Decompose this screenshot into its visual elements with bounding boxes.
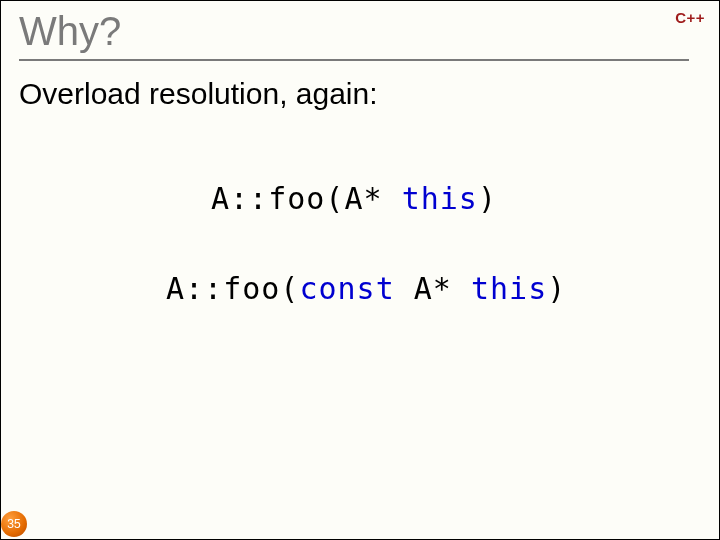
code-prefix: A::foo(A* [211, 181, 402, 216]
code-mid: A* [395, 271, 471, 306]
code-line-1: A::foo(A* this) [211, 181, 497, 216]
page-number: 35 [7, 517, 20, 531]
code-suffix: ) [478, 181, 497, 216]
page-number-badge: 35 [1, 511, 27, 537]
cpp-logo: C++ [675, 9, 705, 26]
title-underline [19, 59, 689, 61]
code-line-2: A::foo(const A* this) [166, 271, 566, 306]
subtitle: Overload resolution, again: [19, 77, 378, 111]
keyword-const: const [299, 271, 394, 306]
code-suffix: ) [547, 271, 566, 306]
keyword-this: this [402, 181, 478, 216]
code-prefix: A::foo( [166, 271, 299, 306]
slide-title: Why? [19, 9, 121, 54]
keyword-this: this [471, 271, 547, 306]
